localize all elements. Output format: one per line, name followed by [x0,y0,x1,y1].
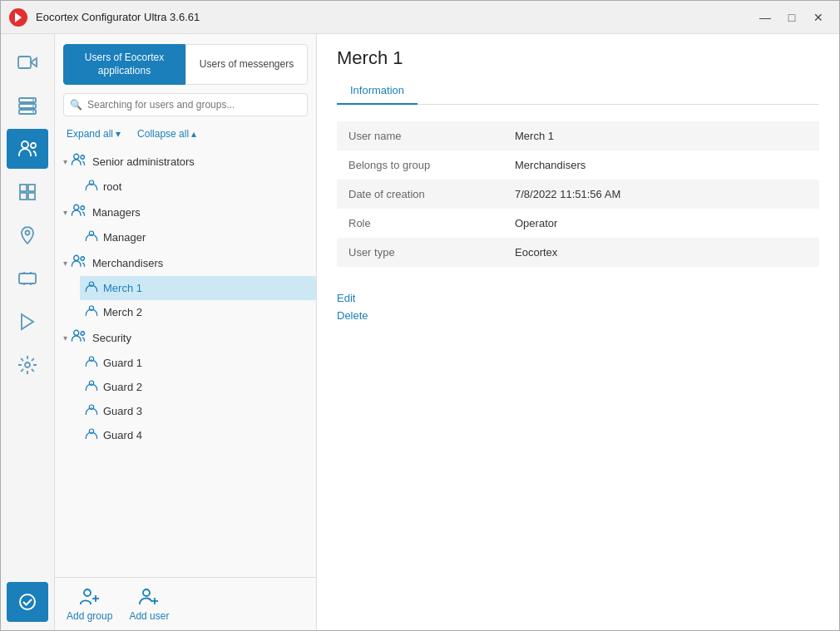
tab-messenger-users[interactable]: Users of messengers [185,44,308,85]
main-area: Users of Eocortex applications Users of … [1,34,839,630]
delete-link[interactable]: Delete [337,309,368,322]
user-icon [85,355,98,371]
item-label: Guard 4 [103,429,142,441]
chevron-down-icon: ▾ [116,128,121,140]
group-icon [71,254,86,272]
tab-eocortex-users[interactable]: Users of Eocortex applications [63,44,185,85]
list-item[interactable]: Guard 4 [80,423,316,447]
edit-link[interactable]: Edit [337,292,355,304]
sidebar-item-map[interactable] [7,215,48,255]
svg-point-14 [26,231,30,235]
table-row: RoleOperator [337,209,819,238]
expand-controls: Expand all ▾ Collapse all ▴ [55,125,316,143]
user-icon [85,427,98,443]
sidebar-nav [1,34,55,630]
content-tabs: Information [337,77,819,105]
group-security-header[interactable]: ▾ Security [55,324,316,351]
list-item[interactable]: Merch 1 [80,276,316,300]
svg-point-5 [32,100,34,101]
info-key: Role [337,209,503,238]
sidebar-item-active-bottom[interactable] [7,582,48,622]
tab-information[interactable]: Information [337,77,418,105]
page-title: Merch 1 [337,47,819,69]
user-icon [85,304,98,320]
svg-point-20 [81,155,85,160]
search-icon: 🔍 [70,99,82,111]
group-label: Managers [92,206,141,219]
chevron-icon: ▾ [63,157,67,166]
list-item[interactable]: Manager [80,225,316,249]
item-label: Manager [103,231,146,244]
info-table: User nameMerch 1Belongs to groupMerchand… [337,121,819,267]
svg-rect-13 [28,193,35,200]
list-item[interactable]: root [80,175,316,199]
group-icon [71,328,86,347]
group-icon [71,203,86,221]
item-label: Guard 1 [103,357,142,369]
group-children: Merch 1 Merch 2 [55,276,316,324]
window-controls: — □ ✕ [753,6,831,29]
group-children: Guard 1 Guard 2 Guard 3 [55,351,316,447]
info-key: User type [337,238,503,267]
item-label: Merch 1 [103,282,142,294]
list-item[interactable]: Guard 1 [80,351,316,375]
sidebar-item-servers[interactable] [7,86,48,126]
chevron-icon: ▾ [63,208,67,217]
info-value: Eocortex [503,238,819,267]
list-item[interactable]: Guard 3 [80,399,316,423]
minimize-button[interactable]: — [753,6,778,29]
users-tabs: Users of Eocortex applications Users of … [55,34,316,85]
sidebar-item-layout[interactable] [7,172,48,212]
group-merchandisers-header[interactable]: ▾ Merchandisers [55,249,316,276]
group-managers-header[interactable]: ▾ Managers [55,199,316,225]
svg-rect-10 [20,185,27,191]
search-container: 🔍 [63,93,308,116]
maximize-button[interactable]: □ [779,6,804,29]
actions-section: Edit Delete [317,283,839,330]
table-row: User nameMerch 1 [337,121,819,150]
item-label: root [103,180,121,193]
sidebar-item-ai[interactable] [7,345,48,385]
svg-point-22 [74,205,79,210]
main-window: Eocortex Configurator Ultra 3.6.61 — □ ✕ [0,0,840,631]
search-input[interactable] [63,93,308,116]
user-icon [85,403,98,419]
expand-all-link[interactable]: Expand all ▾ [67,128,121,140]
table-row: User typeEocortex [337,238,819,267]
group-security: ▾ Security Guard 1 [55,324,316,447]
add-group-button[interactable]: Add group [67,586,112,622]
sidebar-item-cameras[interactable] [7,42,48,82]
group-children: root [55,175,316,199]
users-panel: Users of Eocortex applications Users of … [55,34,317,630]
chevron-icon: ▾ [63,259,67,268]
svg-point-26 [81,257,85,261]
panel-footer: Add group Add user [55,577,316,630]
svg-point-8 [22,141,28,148]
list-item[interactable]: Merch 2 [80,300,316,324]
add-user-label: Add user [129,610,169,622]
list-item[interactable]: Guard 2 [80,375,316,399]
add-user-button[interactable]: Add user [129,586,169,622]
info-value: Operator [503,209,819,238]
item-label: Merch 2 [103,306,142,318]
chevron-up-icon: ▴ [191,128,196,140]
group-senior-administrators-header[interactable]: ▾ Senior administrators [55,148,316,175]
item-label: Guard 3 [103,405,142,417]
svg-marker-16 [22,314,33,329]
user-tree: ▾ Senior administrators root [55,143,316,577]
svg-point-18 [20,594,35,609]
svg-point-7 [32,111,34,113]
item-label: Guard 2 [103,381,142,393]
user-icon [85,229,98,245]
sidebar-item-hardware[interactable] [7,259,48,298]
sidebar-item-users[interactable] [7,129,48,169]
user-icon [85,179,98,195]
sidebar-item-automation[interactable] [7,302,48,342]
svg-point-6 [32,106,34,107]
close-button[interactable]: ✕ [806,6,831,29]
group-managers: ▾ Managers Manager [55,199,316,249]
group-icon [71,152,86,170]
content-panel: Merch 1 Information User nameMerch 1Belo… [317,34,839,630]
titlebar: Eocortex Configurator Ultra 3.6.61 — □ ✕ [1,1,839,34]
collapse-all-link[interactable]: Collapse all ▴ [137,128,196,140]
